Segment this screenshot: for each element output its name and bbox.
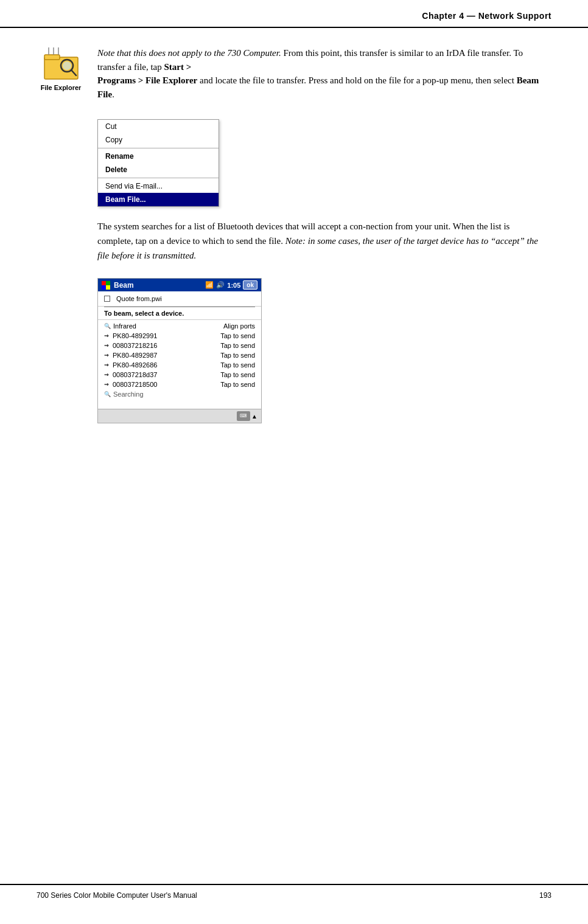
beam-device-name-1: ⇝ PK80-4892991 [104, 332, 157, 339]
main-content: File Explorer Note that this does not ap… [0, 46, 588, 423]
context-menu-screenshot: Cut Copy Rename Delete Send via E-mail..… [97, 119, 219, 207]
keyboard-icon[interactable]: ⌨ [237, 411, 250, 421]
menu-item-rename: Rename [98, 150, 219, 163]
beam-device-row-2[interactable]: ⇝ 008037218216 Tap to send [98, 341, 261, 350]
body-paragraph: The system searches for a list of Blueto… [97, 219, 539, 263]
beam-filename: Quote from.pwi [116, 295, 162, 302]
beam-device-row-3[interactable]: ⇝ PK80-4892987 Tap to send [98, 350, 261, 360]
beam-title: Beam [114, 281, 134, 290]
beam-device-name-3: ⇝ PK80-4892987 [104, 352, 157, 359]
menu-item-beam-file[interactable]: Beam File... [98, 193, 219, 206]
footer-right: 193 [539, 891, 551, 900]
menu-item-copy: Copy [98, 133, 219, 147]
beam-instructions: To beam, select a device. [98, 307, 261, 320]
beam-searching-row: 🔍 Searching [98, 389, 261, 401]
footer-left: 700 Series Color Mobile Computer User's … [37, 891, 197, 900]
beam-device-name-2: ⇝ 008037218216 [104, 342, 157, 349]
beam-device-row-6[interactable]: ⇝ 008037218500 Tap to send [98, 380, 261, 389]
beam-titlebar: Beam 📶 🔊 1:05 ok [98, 279, 261, 291]
beam-device-name-6: ⇝ 008037218500 [104, 381, 157, 388]
beam-screenshot: Beam 📶 🔊 1:05 ok Quote from.pwi To beam,… [97, 278, 262, 423]
beam-action-infrared: Align ports [223, 322, 255, 330]
beam-device-name-infrared: 🔍 Infrared [104, 322, 136, 330]
note-period: . [112, 89, 114, 99]
beam-device-row-4[interactable]: ⇝ PK80-4892686 Tap to send [98, 360, 261, 370]
menu-separator-1 [98, 148, 219, 148]
beam-time: 1:05 [227, 282, 240, 289]
beam-file-area: Quote from.pwi [98, 291, 261, 307]
beam-device-row-5[interactable]: ⇝ 008037218d37 Tap to send [98, 370, 261, 380]
file-checkbox-icon [104, 296, 110, 302]
beam-action-6: Tap to send [220, 381, 255, 388]
bluetooth-icon-6: ⇝ [104, 381, 109, 387]
beam-action-1: Tap to send [220, 332, 255, 339]
svg-rect-10 [102, 285, 106, 290]
svg-rect-9 [106, 281, 110, 285]
beam-ok-button[interactable]: ok [243, 280, 257, 290]
svg-rect-11 [106, 285, 110, 290]
note-text-end: and locate the file to transfer. Press a… [197, 75, 516, 85]
beam-titlebar-right: 📶 🔊 1:05 ok [205, 280, 257, 290]
beam-action-5: Tap to send [220, 371, 255, 378]
note-bold1: Start > [164, 62, 192, 72]
menu-item-send-email: Send via E-mail... [98, 179, 219, 193]
beam-footer: ⌨ ▲ [98, 409, 261, 423]
menu-item-cut: Cut [98, 120, 219, 133]
file-explorer-icon-block: File Explorer [37, 46, 85, 91]
bluetooth-icon-4: ⇝ [104, 362, 109, 368]
file-explorer-label: File Explorer [41, 84, 82, 91]
file-explorer-svg-icon [41, 46, 81, 82]
beam-action-3: Tap to send [220, 352, 255, 359]
svg-rect-1 [44, 55, 60, 60]
scroll-up-arrow[interactable]: ▲ [251, 413, 257, 420]
beam-device-name-5: ⇝ 008037218d37 [104, 371, 157, 378]
ir-search-icon: 🔍 [104, 323, 111, 329]
page-footer: 700 Series Color Mobile Computer User's … [0, 884, 588, 906]
page-header: Chapter 4 — Network Support [0, 0, 588, 28]
beam-signal-icon: 📶 [205, 281, 214, 289]
note-block: File Explorer Note that this does not ap… [37, 46, 551, 101]
bluetooth-icon-2: ⇝ [104, 342, 109, 349]
beam-device-row-infrared[interactable]: 🔍 Infrared Align ports [98, 321, 261, 331]
bluetooth-icon-5: ⇝ [104, 372, 109, 378]
beam-searching-label: Searching [113, 391, 144, 398]
menu-separator-2 [98, 178, 219, 178]
beam-action-2: Tap to send [220, 342, 255, 349]
svg-point-3 [63, 61, 71, 70]
note-italic-prefix: Note that this does not apply to the 730… [97, 48, 281, 58]
menu-item-delete: Delete [98, 163, 219, 176]
windows-flag-icon [102, 281, 110, 290]
chapter-title: Chapter 4 — Network Support [422, 11, 551, 21]
bluetooth-icon-3: ⇝ [104, 352, 109, 358]
svg-rect-8 [102, 281, 106, 285]
beam-device-name-4: ⇝ PK80-4892686 [104, 361, 157, 369]
note-text: Note that this does not apply to the 730… [97, 46, 551, 101]
beam-device-row-1[interactable]: ⇝ PK80-4892991 Tap to send [98, 331, 261, 341]
beam-device-list: 🔍 Infrared Align ports ⇝ PK80-4892991 Ta… [98, 320, 261, 403]
beam-titlebar-left: Beam [102, 281, 134, 290]
note-bold2: Programs > File Explorer [97, 75, 197, 85]
beam-speaker-icon: 🔊 [216, 281, 225, 289]
bluetooth-icon-1: ⇝ [104, 333, 109, 339]
search-icon-small: 🔍 [104, 391, 111, 397]
beam-action-4: Tap to send [220, 361, 255, 369]
